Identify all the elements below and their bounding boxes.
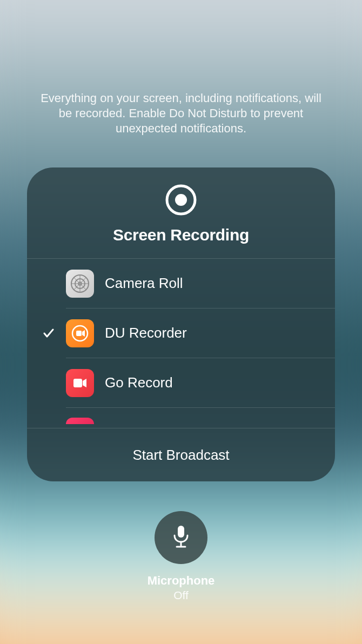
panel-title: Screen Recording	[113, 226, 249, 244]
svg-rect-11	[73, 379, 82, 387]
app-list[interactable]: Camera Roll DU Recorder	[27, 259, 335, 428]
go-record-icon	[66, 369, 94, 397]
start-broadcast-label: Start Broadcast	[132, 447, 229, 464]
du-recorder-icon	[66, 319, 94, 347]
svg-point-1	[175, 194, 187, 206]
panel-header: Screen Recording	[27, 167, 335, 259]
info-text: Everything on your screen, including not…	[35, 91, 327, 136]
start-broadcast-button[interactable]: Start Broadcast	[27, 428, 335, 481]
microphone-status: Off	[173, 589, 189, 602]
list-item-go-record[interactable]: Go Record	[66, 358, 335, 408]
list-item-du-recorder[interactable]: DU Recorder	[66, 308, 335, 358]
list-item-camera-roll[interactable]: Camera Roll	[66, 259, 335, 308]
microphone-button[interactable]	[155, 511, 207, 564]
app-icon-partial	[66, 418, 94, 424]
svg-rect-10	[76, 331, 82, 336]
list-item-label: Camera Roll	[105, 275, 183, 292]
svg-rect-12	[178, 526, 184, 538]
list-item-label: DU Recorder	[105, 325, 187, 341]
record-icon	[165, 184, 197, 216]
checkmark-icon	[42, 327, 55, 340]
list-item-partial[interactable]	[66, 408, 335, 424]
camera-roll-icon	[66, 270, 94, 298]
microphone-icon	[170, 524, 192, 552]
screen-recording-panel: Screen Recording Camera Roll	[27, 167, 335, 481]
list-item-label: Go Record	[105, 374, 173, 391]
microphone-label: Microphone	[148, 574, 215, 588]
